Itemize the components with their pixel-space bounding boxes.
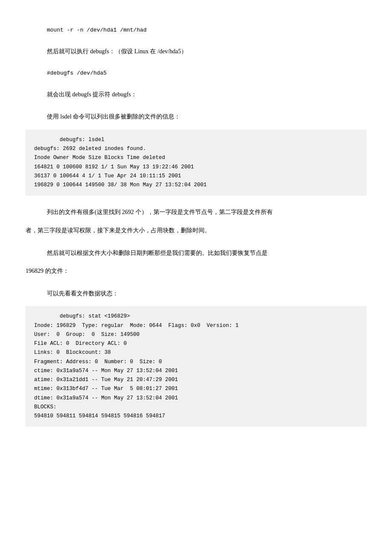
stat-line-3: User: 0 Group: 0 Size: 149500: [34, 330, 358, 339]
stat-line-9: mtime: 0x313bf4d7 -- Tue Mar 5 08:01:27 …: [34, 384, 358, 393]
stat-line-4: File ACL: 0 Directory ACL: 0: [34, 339, 358, 348]
stat-line-1: debugfs: stat <196829>: [34, 312, 358, 321]
mount-command-block: mount -r -n /dev/hda1 /mnt/had: [26, 26, 366, 35]
stat-intro-text: 可以先看看文件数据状态：: [47, 288, 366, 300]
stat-line-7: ctime: 0x31a9a574 -- Mon May 27 13:52:04…: [34, 367, 358, 376]
stat-line-10: dtime: 0x31a9a574 -- Mon May 27 13:52:04…: [34, 394, 358, 403]
lsdel-line-5: 36137 0 100644 4 1/ 1 Tue Apr 24 10:11:1…: [34, 172, 358, 181]
mount-command: mount -r -n /dev/hda1 /mnt/had: [47, 26, 366, 35]
debugfs-command-block: #debugfs /dev/hda5: [26, 69, 366, 78]
stat-intro-block: 可以先看看文件数据状态：: [26, 288, 366, 300]
list-desc2-text: 者，第三字段是读写权限，接下来是文件大小，占用块数，删除时间。: [26, 225, 366, 237]
debugfs-prompt-block: 就会出现 debugfs 提示符 debugfs：: [26, 89, 366, 101]
lsdel-code-block: debugfs: lsdel debugfs: 2692 deleted ino…: [26, 130, 366, 196]
stat-line-5: Links: 0 Blockcount: 38: [34, 348, 358, 357]
stat-code-block: debugfs: stat <196829> Inode: 196829 Typ…: [26, 306, 366, 427]
recover-intro2-block: 196829 的文件：: [26, 266, 366, 277]
lsdel-intro-block: 使用 lsdel 命令可以列出很多被删除的文件的信息：: [26, 111, 366, 123]
debugfs-intro-block: 然后就可以执行 debugfs：（假设 Linux 在 /dev/hda5）: [26, 46, 366, 58]
stat-line-2: Inode: 196829 Type: regular Mode: 0644 F…: [34, 321, 358, 330]
list-desc-block: 列出的文件有很多(这里找到 2692 个），第一字段是文件节点号，第二字段是文件…: [26, 207, 366, 218]
stat-line-8: atime: 0x31a21dd1 -- Tue May 21 20:47:29…: [34, 376, 358, 384]
debugfs-intro-text: 然后就可以执行 debugfs：（假设 Linux 在 /dev/hda5）: [47, 46, 366, 58]
lsdel-line-6: 196829 0 100644 149500 38/ 38 Mon May 27…: [34, 181, 358, 190]
stat-line-12: 594810 594811 594814 594815 594816 59481…: [34, 412, 358, 421]
stat-line-11: BLOCKS:: [34, 403, 358, 412]
lsdel-intro-text: 使用 lsdel 命令可以列出很多被删除的文件的信息：: [47, 111, 366, 123]
recover-intro-block: 然后就可以根据文件大小和删除日期判断那些是我们需要的。比如我们要恢复节点是: [26, 248, 366, 259]
recover-intro-text: 然后就可以根据文件大小和删除日期判断那些是我们需要的。比如我们要恢复节点是: [47, 248, 366, 259]
lsdel-line-3: Inode Owner Mode Size Blocks Time delete…: [34, 153, 358, 162]
page-content: mount -r -n /dev/hda1 /mnt/had 然后就可以执行 d…: [26, 17, 366, 427]
debugfs-command: #debugfs /dev/hda5: [47, 69, 366, 78]
lsdel-line-2: debugfs: 2692 deleted inodes found.: [34, 145, 358, 153]
list-desc2-block: 者，第三字段是读写权限，接下来是文件大小，占用块数，删除时间。: [26, 225, 366, 237]
stat-line-6: Fragment: Address: 0 Number: 0 Size: 0: [34, 358, 358, 367]
lsdel-line-4: 164821 0 100600 8192 1/ 1 Sun May 13 19:…: [34, 163, 358, 172]
recover-intro2-text: 196829 的文件：: [26, 266, 366, 277]
list-desc-text: 列出的文件有很多(这里找到 2692 个），第一字段是文件节点号，第二字段是文件…: [47, 207, 366, 218]
lsdel-line-1: debugfs: lsdel: [34, 136, 358, 145]
debugfs-prompt-text: 就会出现 debugfs 提示符 debugfs：: [47, 89, 366, 101]
